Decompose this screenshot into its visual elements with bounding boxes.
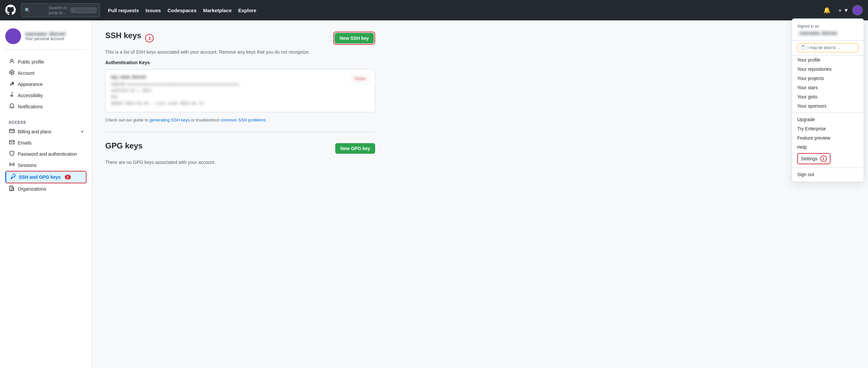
shield-icon [8, 151, 15, 157]
dropdown-your-sponsors[interactable]: Your sponsors [792, 101, 864, 111]
signed-in-label: Signed in as [797, 24, 859, 29]
dropdown-feature-preview[interactable]: Feature preview [792, 133, 864, 143]
sidebar-label-emails: Emails [18, 140, 32, 146]
nav-links: Pull requests Issues Codespaces Marketpl… [105, 6, 821, 15]
gpg-description: There are no GPG keys associated with yo… [105, 160, 375, 165]
sidebar-item-accessibility[interactable]: Accessibility [5, 90, 87, 101]
dropdown-help[interactable]: Help [792, 143, 864, 152]
ssh-section-header: SSH keys 3 New SSH key [105, 31, 375, 45]
loading-text: I may be slow to ... [807, 45, 840, 50]
dropdown-settings[interactable]: Settings 1 [798, 154, 830, 163]
sidebar-profile: username_blurred Your personal account [5, 28, 87, 50]
accessibility-icon [8, 92, 15, 99]
ssh-title-area: SSH keys 3 [105, 31, 154, 45]
key-fingerprint-row: key_name_blurred SHA256:xxxxxxxxxxxxxxxx… [111, 75, 370, 106]
chevron-down-icon: ▾ [81, 129, 83, 134]
sidebar-item-public-profile[interactable]: Public profile [5, 56, 87, 67]
key-icon [9, 174, 16, 180]
top-navigation: 🔍 Search or jump to... / Pull requests I… [0, 0, 868, 21]
person-icon [8, 59, 15, 65]
ssh-key-item: key_name_blurred SHA256:xxxxxxxxxxxxxxxx… [105, 69, 375, 112]
ssh-description: This is a list of SSH keys associated wi… [105, 50, 375, 55]
settings-label: Settings [801, 156, 818, 161]
dropdown-upgrade[interactable]: Upgrade [792, 115, 864, 124]
dropdown-your-gists[interactable]: Your gists [792, 92, 864, 101]
spinner-icon [801, 45, 805, 50]
ssh-footer: Check out our guide to generating SSH ke… [105, 118, 375, 122]
dropdown-your-repositories[interactable]: Your repositories [792, 64, 864, 74]
key-details: SHA256:xxxxxxxxxxxxxxxxxxxxxxxxxxxxxxxxx… [111, 81, 239, 106]
broadcast-icon [8, 162, 15, 168]
dropdown-separator-1 [792, 113, 864, 113]
nav-codespaces[interactable]: Codespaces [165, 6, 199, 15]
sidebar-subtitle: Your personal account [25, 36, 65, 41]
search-shortcut: / [70, 7, 96, 13]
dropdown-try-enterprise[interactable]: Try Enterprise [792, 124, 864, 133]
nav-issues[interactable]: Issues [143, 6, 163, 15]
sidebar-item-account[interactable]: Account [5, 67, 87, 79]
dropdown-sign-out[interactable]: Sign out [792, 170, 864, 179]
settings-item-wrapper: Settings 1 [797, 153, 831, 164]
nav-pull-requests[interactable]: Pull requests [105, 6, 142, 15]
billing-icon [8, 128, 15, 135]
nav-marketplace[interactable]: Marketplace [200, 6, 234, 15]
nav-right-actions: 🔔 ＋ ▾ [821, 4, 863, 16]
key-name: key_name_blurred [111, 75, 239, 79]
main-content: SSH keys 3 New SSH key This is a list of… [92, 21, 388, 368]
generating-ssh-keys-link[interactable]: generating SSH keys [149, 118, 189, 122]
sidebar-label-notifications: Notifications [18, 104, 43, 109]
sidebar-item-organizations[interactable]: Organizations [5, 183, 87, 194]
dropdown-your-stars[interactable]: Your stars [792, 83, 864, 92]
dropdown-your-projects[interactable]: Your projects [792, 74, 864, 83]
user-avatar-button[interactable] [852, 5, 863, 16]
settings-sidebar: username_blurred Your personal account P… [0, 21, 92, 368]
sidebar-item-sessions[interactable]: Sessions [5, 160, 87, 171]
sidebar-avatar [5, 28, 21, 44]
new-gpg-key-button[interactable]: New GPG key [335, 143, 375, 154]
sidebar-label-public-profile: Public profile [18, 59, 44, 64]
search-bar[interactable]: 🔍 Search or jump to... / [21, 3, 100, 17]
page-wrapper: username_blurred Your personal account P… [0, 21, 868, 368]
sidebar-item-ssh-gpg[interactable]: SSH and GPG keys 2 [5, 171, 87, 183]
settings-badge: 1 [820, 155, 827, 162]
gear-icon [8, 70, 15, 76]
create-new-button[interactable]: ＋ ▾ [835, 4, 849, 16]
sidebar-label-sessions: Sessions [18, 163, 36, 168]
footer-text-mid: or troubleshoot [191, 118, 219, 122]
dropdown-username: username_blurred [797, 30, 838, 36]
dropdown-loading-area: I may be slow to ... [792, 40, 864, 55]
gpg-section-header: GPG keys New GPG key [105, 141, 375, 156]
ssh-section-title: SSH keys [105, 31, 141, 40]
sidebar-label-appearance: Appearance [18, 82, 43, 87]
gpg-section-title: GPG keys [105, 141, 143, 150]
footer-text-after: . [267, 118, 268, 122]
sidebar-label-accessibility: Accessibility [18, 93, 43, 98]
delete-key-button[interactable]: Delete [351, 75, 370, 83]
sidebar-item-notifications[interactable]: Notifications [5, 101, 87, 112]
nav-explore[interactable]: Explore [236, 6, 259, 15]
sidebar-item-billing[interactable]: Billing and plans ▾ [5, 126, 87, 137]
sidebar-item-appearance[interactable]: Appearance [5, 79, 87, 90]
org-icon [8, 186, 15, 192]
sidebar-item-emails[interactable]: Emails [5, 137, 87, 149]
search-placeholder: Search or jump to... [49, 5, 71, 15]
common-ssh-problems-link[interactable]: common SSH problems [221, 118, 266, 122]
new-ssh-button-wrapper: New SSH key [333, 32, 375, 45]
auth-keys-label: Authentication Keys [105, 60, 375, 65]
dropdown-your-profile[interactable]: Your profile [792, 55, 864, 64]
dropdown-header: Signed in as username_blurred [792, 21, 864, 40]
access-section-label: Access [5, 118, 87, 126]
loading-indicator: I may be slow to ... [797, 43, 859, 52]
sidebar-nav-personal: Public profile Account Appearance Access… [5, 56, 87, 112]
sidebar-label-organizations: Organizations [18, 186, 46, 191]
ssh-key-count-badge: 2 [65, 175, 71, 179]
notifications-bell[interactable]: 🔔 [821, 5, 833, 16]
sidebar-item-password[interactable]: Password and authentication [5, 149, 87, 160]
bell-icon [8, 103, 15, 110]
github-logo[interactable] [5, 5, 16, 16]
user-dropdown-menu: Signed in as username_blurred I may be s… [792, 19, 864, 182]
new-ssh-key-button[interactable]: New SSH key [335, 33, 374, 43]
sidebar-label-account: Account [18, 70, 35, 76]
ssh-key-badge: 3 [145, 34, 154, 42]
section-divider [105, 132, 375, 132]
